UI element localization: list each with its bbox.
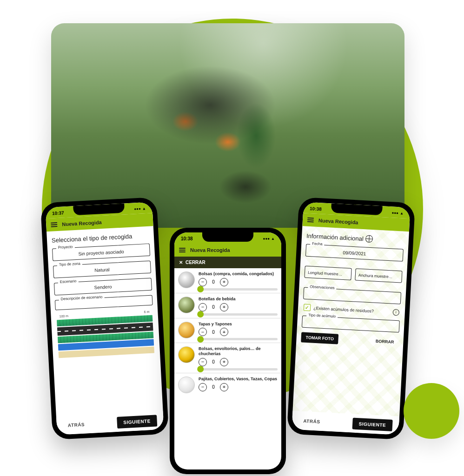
field-value: Sin proyecto asociado <box>78 249 124 257</box>
next-button[interactable]: SIGUIENTE <box>117 415 158 428</box>
increment-button[interactable]: + <box>220 328 228 336</box>
diagram-height: 6 m <box>144 310 150 314</box>
page-title: Selecciona el tipo de recogida <box>52 232 149 244</box>
item-slider[interactable] <box>199 368 278 370</box>
field-value: 09/09/2021 <box>343 250 366 257</box>
decrement-button[interactable]: − <box>199 328 207 336</box>
increment-button[interactable]: + <box>220 358 228 366</box>
increment-button[interactable]: + <box>220 303 228 311</box>
item-title: Bolsas (compra, comida, congelados) <box>199 271 278 277</box>
background-circle-small <box>404 383 459 439</box>
field-label: Tipo de zona <box>57 261 82 267</box>
close-icon: ✕ <box>179 260 183 265</box>
hero-photo <box>51 23 404 228</box>
item-title: Pajitas, Cubiertos, Vasos, Tazas, Copas <box>199 377 278 382</box>
diagram-width: 100 m <box>59 314 68 318</box>
tomar-foto-button[interactable]: TOMAR FOTO <box>301 332 338 344</box>
item-thumbnail <box>178 377 195 393</box>
escenario-field[interactable]: Escenario Sendero <box>54 278 152 296</box>
header-title: Nueva Recogida <box>62 219 102 227</box>
field-label: Longitud muestre… <box>308 270 343 277</box>
decrement-button[interactable]: − <box>199 358 207 366</box>
decrement-button[interactable]: − <box>199 383 207 391</box>
back-button[interactable]: ATRÁS <box>298 415 325 428</box>
header-title: Nueva Recogida <box>318 218 358 225</box>
tipo-acumulo-field[interactable]: Tipo de acúmulo <box>302 316 400 333</box>
field-label: Proyecto <box>56 245 75 250</box>
list-item: Botellas de bebida − 0 + <box>174 293 281 318</box>
back-button[interactable]: ATRÁS <box>63 418 89 431</box>
next-button[interactable]: SIGUIENTE <box>352 417 393 431</box>
footer-nav: ATRÁS SIGUIENTE <box>56 411 164 435</box>
item-slider[interactable] <box>199 313 278 316</box>
info-icon[interactable]: i <box>392 309 399 316</box>
item-thumbnail <box>178 271 195 288</box>
list-item: Bolsas (compra, comida, congelados) − 0 … <box>174 268 281 293</box>
overlay-close-bar[interactable]: ✕ CERRAR <box>174 257 281 268</box>
item-thumbnail <box>178 297 195 313</box>
longitud-field[interactable]: Longitud muestre… <box>304 266 351 280</box>
status-icons: ●●●▲ <box>263 237 275 241</box>
field-label: Descripción de escenario <box>59 295 104 301</box>
decrement-button[interactable]: − <box>199 303 207 311</box>
field-label: Fecha <box>310 241 325 246</box>
field-label: Anchura muestre… <box>358 273 393 279</box>
menu-icon[interactable] <box>51 222 58 227</box>
list-item: Pajitas, Cubiertos, Vasos, Tazas, Copas … <box>174 373 281 395</box>
phone-mockup-1: 10:37 ●●●▲ Nueva Recogida Selecciona el … <box>40 197 169 440</box>
menu-icon[interactable] <box>307 218 314 223</box>
observaciones-field[interactable]: Observaciones <box>303 287 401 304</box>
checkbox-icon[interactable] <box>304 304 311 311</box>
descripcion-field[interactable]: Descripción de escenario <box>55 295 153 311</box>
checkbox-label: ¿Existen acúmulos de residuos? <box>313 305 374 313</box>
footer-nav: ATRÁS SIGUIENTE <box>292 411 399 435</box>
status-icons: ●●●▲ <box>391 211 404 215</box>
item-title: Botellas de bebida <box>199 297 278 302</box>
status-time: 10:38 <box>310 206 322 212</box>
item-thumbnail <box>178 346 195 363</box>
scenario-diagram: 100 m 6 m <box>55 310 155 358</box>
item-title: Bolsas, envoltorios, palos… de chuchería… <box>199 346 278 357</box>
item-slider[interactable] <box>199 288 278 291</box>
globe-icon <box>365 235 373 243</box>
tipo-zona-field[interactable]: Tipo de zona Natural <box>53 261 151 278</box>
item-count: 0 <box>211 330 216 335</box>
anchura-field[interactable]: Anchura muestre… <box>355 268 402 283</box>
item-title: Tapas y Tapones <box>199 322 278 327</box>
status-time: 10:38 <box>181 236 193 241</box>
increment-button[interactable]: + <box>220 383 228 391</box>
fecha-field[interactable]: Fecha 09/09/2021 <box>305 244 404 262</box>
field-label: Escenario <box>58 279 79 284</box>
increment-button[interactable]: + <box>220 278 228 286</box>
phone-mockup-2: 10:38 ●●●▲ Nueva Recogida ✕ CERRAR Bolsa… <box>170 228 286 474</box>
close-label: CERRAR <box>186 260 205 265</box>
field-label: Observaciones <box>308 284 337 290</box>
app-header: Nueva Recogida <box>174 244 281 257</box>
decrement-button[interactable]: − <box>199 278 207 286</box>
item-thumbnail <box>178 322 195 338</box>
item-count: 0 <box>211 279 216 284</box>
borrar-button[interactable]: BORRAR <box>371 336 399 347</box>
phone-notch <box>202 232 253 242</box>
item-slider[interactable] <box>199 338 278 340</box>
phone-mockup-3: 10:38 ●●●▲ Nueva Recogida Información ad… <box>287 197 415 440</box>
item-count: 0 <box>211 384 216 390</box>
item-count: 0 <box>211 304 216 310</box>
menu-icon[interactable] <box>179 248 186 252</box>
status-time: 10:37 <box>52 210 64 216</box>
field-value: Sendero <box>94 284 112 290</box>
list-item: Bolsas, envoltorios, palos… de chuchería… <box>174 343 281 373</box>
status-icons: ●●●▲ <box>134 206 146 211</box>
item-list: Bolsas (compra, comida, congelados) − 0 … <box>174 268 281 395</box>
header-title: Nueva Recogida <box>190 247 230 253</box>
field-label: Tipo de acúmulo <box>306 313 338 318</box>
page-title-text: Información adicional <box>306 232 364 242</box>
field-value: Natural <box>94 267 110 273</box>
item-count: 0 <box>211 359 216 364</box>
list-item: Tapas y Tapones − 0 + <box>174 318 281 344</box>
proyecto-field[interactable]: Proyecto Sin proyecto asociado <box>52 244 150 261</box>
